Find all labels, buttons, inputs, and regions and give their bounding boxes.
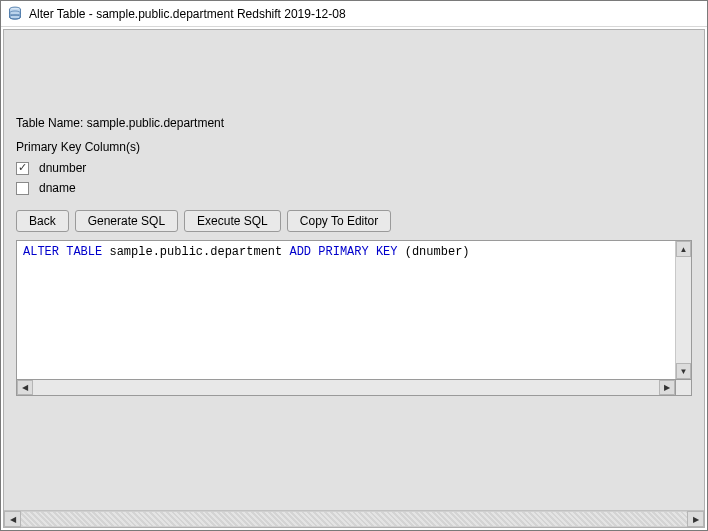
sql-keyword: ADD xyxy=(289,245,311,259)
generate-sql-button[interactable]: Generate SQL xyxy=(75,210,178,232)
scroll-track[interactable] xyxy=(33,380,659,395)
table-name-value: sample.public.department xyxy=(87,116,224,130)
titlebar[interactable]: Alter Table - sample.public.department R… xyxy=(1,1,707,27)
sql-text-area[interactable]: ALTER TABLE sample.public.department ADD… xyxy=(17,241,675,379)
sql-keyword: ALTER xyxy=(23,245,59,259)
scroll-left-arrow-icon[interactable]: ◀ xyxy=(4,511,21,527)
primary-key-column-list: dnumber dname xyxy=(16,158,692,198)
sql-vertical-scrollbar[interactable]: ▲ ▼ xyxy=(675,241,691,379)
client-area: Table Name: sample.public.department Pri… xyxy=(3,29,705,528)
primary-key-section-label: Primary Key Column(s) xyxy=(16,140,692,154)
pk-column-label: dnumber xyxy=(39,161,86,175)
scroll-right-arrow-icon[interactable]: ▶ xyxy=(659,380,675,395)
scroll-left-arrow-icon[interactable]: ◀ xyxy=(17,380,33,395)
sql-text-area-wrap: ALTER TABLE sample.public.department ADD… xyxy=(16,240,692,380)
sql-args: (dnumber) xyxy=(405,245,470,259)
sql-object: sample.public.department xyxy=(109,245,282,259)
button-row: Back Generate SQL Execute SQL Copy To Ed… xyxy=(16,210,692,232)
execute-sql-button[interactable]: Execute SQL xyxy=(184,210,281,232)
scroll-down-arrow-icon[interactable]: ▼ xyxy=(676,363,691,379)
back-button[interactable]: Back xyxy=(16,210,69,232)
pk-column-label: dname xyxy=(39,181,76,195)
database-icon xyxy=(7,6,23,22)
scroll-corner xyxy=(676,380,692,396)
scroll-up-arrow-icon[interactable]: ▲ xyxy=(676,241,691,257)
table-name-prefix: Table Name: xyxy=(16,116,87,130)
pk-row-dname[interactable]: dname xyxy=(16,178,692,198)
table-name-label: Table Name: sample.public.department xyxy=(16,116,692,130)
scroll-track[interactable] xyxy=(21,511,687,527)
scroll-right-arrow-icon[interactable]: ▶ xyxy=(687,511,704,527)
window-title: Alter Table - sample.public.department R… xyxy=(29,7,346,21)
sql-keyword: PRIMARY xyxy=(318,245,368,259)
checkbox-dname[interactable] xyxy=(16,182,29,195)
scroll-track[interactable] xyxy=(676,257,691,363)
window-frame: Alter Table - sample.public.department R… xyxy=(0,0,708,531)
panel-horizontal-scrollbar[interactable]: ◀ ▶ xyxy=(4,510,704,527)
checkbox-dnumber[interactable] xyxy=(16,162,29,175)
copy-to-editor-button[interactable]: Copy To Editor xyxy=(287,210,392,232)
sql-keyword: TABLE xyxy=(66,245,102,259)
content-panel: Table Name: sample.public.department Pri… xyxy=(4,30,704,510)
sql-horizontal-scrollbar[interactable]: ◀ ▶ xyxy=(16,380,676,396)
sql-keyword: KEY xyxy=(376,245,398,259)
pk-row-dnumber[interactable]: dnumber xyxy=(16,158,692,178)
